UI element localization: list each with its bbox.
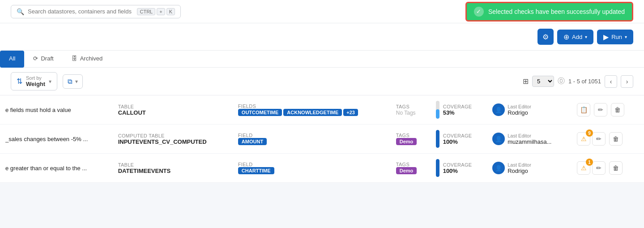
tabs-row: All ⟳ Draft 🗄 Archived [0, 51, 644, 68]
next-page-button[interactable]: › [621, 75, 633, 88]
avatar: 👤 [492, 133, 505, 145]
tags-badges: No Tags [396, 109, 425, 116]
tab-all[interactable]: All [0, 51, 24, 68]
fields-type-label: Field [238, 133, 385, 138]
edit-icon-button[interactable]: ✏ [594, 103, 607, 116]
field-badge: AMOUNT [238, 138, 267, 145]
delete-icon-button[interactable]: 🗑 [611, 103, 624, 116]
sort-by-label: Sort by [26, 75, 45, 81]
plus-circle-icon: ⊕ [563, 33, 569, 41]
page-size-select[interactable]: 5 10 25 [532, 76, 554, 87]
top-bar: 🔍 CTRL + K ✓ Selected checks have been s… [0, 0, 644, 23]
search-icon: 🔍 [17, 8, 24, 15]
table-name-value: DATETIMEEVENTS [118, 168, 227, 174]
table-name-value: CALLOUT [118, 109, 227, 116]
edit-icon-button[interactable]: ✏ [592, 161, 606, 175]
sort-icon: ⇅ [17, 77, 22, 86]
coverage-wrap: Coverage 53% [436, 101, 482, 119]
prev-page-button[interactable]: ‹ [605, 75, 617, 88]
add-label: Add [572, 34, 582, 40]
coverage-pct: 53% [443, 109, 472, 116]
coverage-bar [436, 101, 439, 119]
sort-label-wrap: Sort by Weight [26, 75, 45, 87]
last-editor-label: Last Editor [508, 104, 531, 109]
sort-filter-left: ⇅ Sort by Weight ▾ ⧉ ▾ [11, 72, 83, 90]
alert-count: 1 [586, 159, 593, 166]
tab-archived[interactable]: 🗄 Archived [63, 51, 112, 68]
avatar: 👤 [492, 162, 505, 174]
success-toast: ✓ Selected checks have been successfully… [465, 2, 633, 22]
check-circle-icon: ✓ [474, 7, 484, 17]
table-row: e greater than or equal to the ... Table… [0, 154, 644, 183]
fields-badges: CHARTTIME [238, 167, 385, 174]
action-buttons: 📋 ✏ 🗑 [577, 103, 639, 116]
filter-button[interactable]: ⧉ ▾ [63, 74, 83, 89]
field-badge: OUTCOMETIME [238, 109, 282, 116]
kbd-k: K [166, 8, 175, 15]
action-buttons: ⚠ 9 ✏ 🗑 [577, 132, 639, 146]
coverage-label: Coverage [443, 133, 472, 138]
help-icon: ⓪ [558, 77, 565, 86]
run-caret-icon: ▾ [625, 34, 627, 39]
table-type-label: Table [118, 162, 227, 168]
sort-filter-bar: ⇅ Sort by Weight ▾ ⧉ ▾ ⊞ 5 10 25 ⓪ 1 - 5… [0, 68, 644, 95]
coverage-pct: 100% [443, 138, 472, 145]
last-editor-name: muzammilhasa... [508, 138, 551, 145]
coverage-bar-fill [436, 130, 439, 148]
tags-label: Tags [396, 162, 425, 167]
check-name: e greater than or equal to the ... [5, 165, 95, 172]
coverage-bar [436, 130, 439, 148]
field-badge: CHARTTIME [238, 167, 274, 174]
table-row: e fields must hold a value Table CALLOUT… [0, 95, 644, 125]
tab-draft[interactable]: ⟳ Draft [24, 51, 62, 68]
toolbar: ⚙ ⊕ Add ▾ ▶ Run ▾ [0, 23, 644, 51]
table-row: _sales changes between -5% ... Computed … [0, 125, 644, 154]
grid-view-icon[interactable]: ⊞ [523, 77, 529, 86]
check-name: e fields must hold a value [5, 107, 95, 113]
fields-badges: AMOUNT [238, 138, 385, 145]
coverage-wrap: Coverage 100% [436, 159, 482, 177]
clipboard-icon-button[interactable]: 📋 [577, 103, 590, 116]
coverage-bar-fill [436, 159, 439, 177]
filter-icon: ⧉ [68, 77, 73, 86]
table-type-label: Computed Table [118, 133, 227, 138]
check-name: _sales changes between -5% ... [5, 136, 95, 142]
tags-label: Tags [396, 104, 425, 109]
coverage-bar [436, 159, 439, 177]
last-editor-label: Last Editor [508, 162, 531, 168]
fields-type-label: Field [238, 162, 385, 167]
sort-select[interactable]: ⇅ Sort by Weight ▾ [11, 72, 57, 90]
draft-icon: ⟳ [33, 55, 38, 62]
coverage-wrap: Coverage 100% [436, 130, 482, 148]
delete-icon-button[interactable]: 🗑 [609, 161, 623, 175]
delete-icon-button[interactable]: 🗑 [609, 132, 623, 146]
pagination-range: 1 - 5 of 1051 [568, 78, 601, 85]
tab-draft-label: Draft [41, 55, 53, 62]
search-container: 🔍 CTRL + K [11, 5, 181, 18]
fields-badges: OUTCOMETIMEACKNOWLEDGETIME+23 [238, 109, 385, 116]
coverage-label: Coverage [443, 162, 472, 168]
filter-area: All ⟳ Draft 🗄 Archived ⇅ Sort by Weight … [0, 51, 644, 95]
sort-value: Weight [26, 81, 45, 87]
field-badge: ACKNOWLEDGETIME [283, 109, 342, 116]
kbd-ctrl: CTRL [137, 8, 155, 15]
add-button[interactable]: ⊕ Add ▾ [557, 30, 593, 44]
settings-button[interactable]: ⚙ [537, 29, 554, 45]
kbd-plus: + [157, 8, 165, 15]
archive-icon: 🗄 [72, 55, 77, 62]
search-input[interactable] [28, 8, 133, 15]
table-type-label: Table [118, 104, 227, 109]
tags-badges: Demo [396, 138, 425, 145]
editor-cell: 👤 Last Editor muzammilhasa... [492, 133, 566, 145]
run-button[interactable]: ▶ Run ▾ [597, 30, 633, 44]
alert-count: 9 [586, 129, 593, 137]
alert-badge: ⚠ 1 [577, 161, 590, 175]
keyboard-shortcut: CTRL + K [137, 8, 175, 15]
filter-caret-icon: ▾ [75, 78, 78, 85]
tab-archived-label: Archived [80, 55, 103, 62]
last-editor-name: Rodrigo [508, 109, 531, 116]
editor-cell: 👤 Last Editor Rodrigo [492, 103, 566, 116]
table-name-value: INPUTEVENTS_CV_COMPUTED [118, 138, 227, 145]
pagination-controls: ⊞ 5 10 25 ⓪ 1 - 5 of 1051 ‹ › [523, 75, 633, 88]
edit-icon-button[interactable]: ✏ [592, 132, 606, 146]
